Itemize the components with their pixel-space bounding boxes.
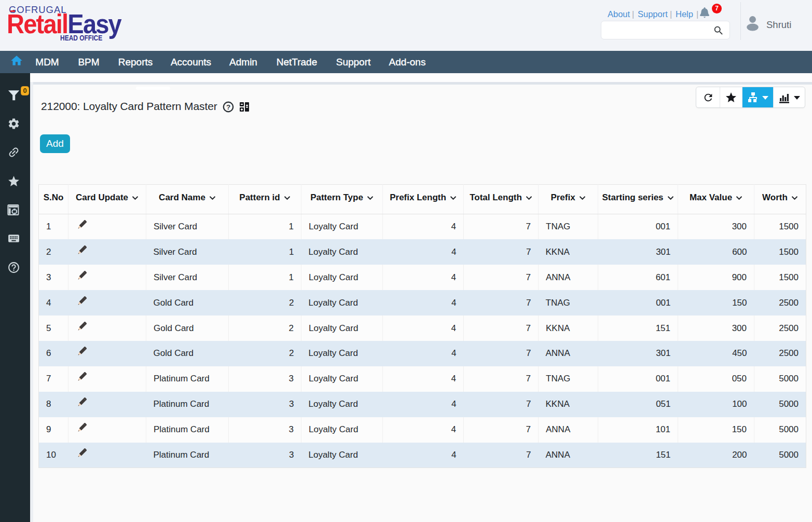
svg-text:?: ? [226,103,230,111]
